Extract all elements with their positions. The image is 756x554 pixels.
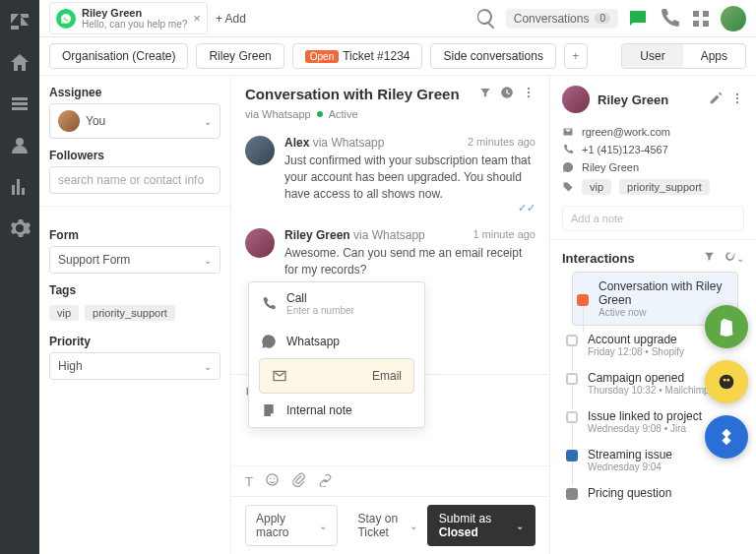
- tags-label: Tags: [49, 283, 220, 297]
- macro-select[interactable]: Apply macro⌄: [245, 505, 338, 546]
- properties-panel: Assignee You⌄ Followers search name or c…: [39, 76, 231, 554]
- svg-point-7: [736, 96, 738, 98]
- interaction-item[interactable]: Pricing question: [562, 479, 748, 507]
- apps-grid-icon[interactable]: [689, 7, 713, 31]
- tab-title: Riley Green: [82, 7, 187, 19]
- tab-organisation[interactable]: Organisation (Create): [49, 43, 188, 69]
- edit-icon[interactable]: [709, 92, 723, 108]
- add-tab-plus[interactable]: +: [564, 43, 588, 69]
- form-select[interactable]: Support Form⌄: [49, 246, 220, 274]
- svg-point-1: [528, 92, 530, 93]
- add-note-input[interactable]: Add a note: [562, 206, 744, 231]
- svg-point-8: [736, 100, 738, 102]
- topbar: Riley Green Hello, can you help me? × + …: [39, 0, 756, 37]
- svg-point-9: [720, 375, 734, 390]
- reports-icon[interactable]: [8, 175, 32, 199]
- conversation-title: Conversation with Riley Green: [245, 86, 471, 102]
- tab-right-user[interactable]: User: [622, 44, 682, 68]
- zendesk-icon[interactable]: [8, 10, 32, 33]
- assignee-avatar: [58, 110, 80, 132]
- svg-point-6: [736, 92, 738, 94]
- mail-icon: [562, 126, 574, 138]
- more-icon[interactable]: [522, 86, 536, 102]
- refresh-icon[interactable]: [716, 250, 736, 266]
- views-icon[interactable]: [8, 92, 32, 116]
- assignee-select[interactable]: You⌄: [49, 103, 220, 139]
- svg-point-3: [267, 474, 278, 485]
- user-avatar: [562, 86, 590, 113]
- phone-icon[interactable]: [658, 7, 681, 31]
- tag-priority: priority_support: [619, 179, 710, 195]
- emoji-icon[interactable]: [265, 472, 280, 490]
- priority-label: Priority: [49, 335, 220, 348]
- link-icon[interactable]: [318, 472, 333, 490]
- status-dot: [317, 111, 323, 117]
- svg-point-10: [724, 379, 726, 382]
- close-icon[interactable]: ×: [193, 11, 201, 26]
- history-icon[interactable]: [500, 86, 514, 102]
- svg-point-11: [726, 379, 729, 382]
- followers-input[interactable]: search name or contact info: [49, 166, 220, 194]
- stay-on-ticket[interactable]: Stay on Ticket⌄: [357, 512, 416, 539]
- user-avatar[interactable]: [721, 6, 746, 31]
- channel-whatsapp[interactable]: Whatsapp: [249, 325, 424, 358]
- filter-icon[interactable]: [478, 86, 492, 102]
- conversations-pill[interactable]: Conversations 0: [506, 9, 618, 29]
- svg-point-4: [270, 478, 271, 479]
- chevron-down-icon[interactable]: ⌄: [736, 253, 744, 264]
- tag-vip: vip: [582, 179, 611, 195]
- message-row: Riley Green via Whatsapp1 minute ago Awe…: [245, 228, 536, 278]
- add-tab-button[interactable]: + Add: [216, 12, 246, 26]
- chat-icon[interactable]: [626, 7, 650, 31]
- avatar: [245, 136, 275, 165]
- more-icon[interactable]: [730, 92, 744, 108]
- whatsapp-icon: [56, 9, 76, 29]
- svg-point-5: [274, 478, 275, 479]
- priority-select[interactable]: High⌄: [49, 352, 220, 380]
- tab-ticket[interactable]: OpenTicket #1234: [292, 43, 423, 69]
- svg-point-2: [528, 95, 530, 97]
- active-ticket-tab[interactable]: Riley Green Hello, can you help me? ×: [49, 2, 208, 34]
- settings-icon[interactable]: [8, 216, 32, 240]
- tag-priority[interactable]: priority_support: [85, 305, 175, 321]
- customers-icon[interactable]: [8, 134, 32, 157]
- phone-icon: [562, 144, 574, 155]
- read-receipt-icon: ✓✓: [284, 202, 536, 215]
- svg-point-0: [528, 88, 530, 90]
- message-row: Alex via Whatsapp2 minutes ago Just conf…: [245, 136, 536, 215]
- assignee-label: Assignee: [49, 86, 220, 99]
- tab-subtitle: Hello, can you help me?: [82, 19, 187, 30]
- submit-button[interactable]: Submit as Closed⌄: [427, 505, 536, 546]
- mailchimp-fab[interactable]: [705, 360, 748, 403]
- workspace-tabs: Organisation (Create) Riley Green OpenTi…: [39, 37, 756, 76]
- tab-right-apps[interactable]: Apps: [683, 44, 745, 68]
- app-fabs: [705, 305, 748, 459]
- home-icon[interactable]: [8, 51, 32, 75]
- channel-menu: CallEnter a number Whatsapp Email Intern…: [248, 281, 425, 428]
- filter-icon[interactable]: [695, 250, 716, 266]
- channel-email[interactable]: Email: [259, 358, 414, 394]
- interactions-heading: Interactions: [562, 251, 695, 266]
- nav-rail: [0, 0, 39, 554]
- tab-user[interactable]: Riley Green: [196, 43, 284, 69]
- tag-vip[interactable]: vip: [49, 305, 79, 321]
- attachment-icon[interactable]: [291, 472, 306, 490]
- tag-icon: [562, 181, 574, 193]
- channel-call[interactable]: CallEnter a number: [249, 282, 424, 325]
- search-icon[interactable]: [474, 7, 498, 31]
- whatsapp-icon: [562, 161, 574, 173]
- channel-internal-note[interactable]: Internal note: [249, 394, 424, 427]
- avatar: [245, 228, 275, 258]
- text-format-icon[interactable]: T: [245, 474, 253, 489]
- form-label: Form: [49, 228, 220, 242]
- shopify-fab[interactable]: [705, 305, 748, 348]
- jira-fab[interactable]: [705, 415, 748, 459]
- conv-count: 0: [595, 13, 610, 24]
- tab-side[interactable]: Side conversations: [430, 43, 555, 69]
- followers-label: Followers: [49, 149, 220, 162]
